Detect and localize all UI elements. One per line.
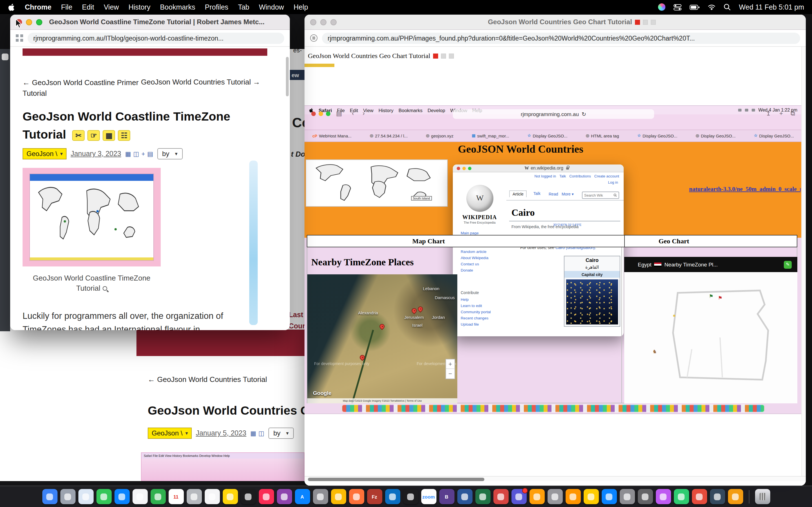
dock-app-icon[interactable] — [601, 489, 617, 504]
dock-app-icon[interactable] — [114, 489, 130, 504]
new-tab-icon[interactable]: + — [779, 110, 783, 117]
siri-icon[interactable] — [658, 3, 666, 11]
dock-app-icon[interactable] — [349, 489, 364, 504]
minimize-button[interactable] — [320, 19, 326, 25]
map-pin-icon[interactable] — [417, 305, 424, 313]
menu-item[interactable]: Bookmarks — [160, 3, 195, 11]
map-pin-icon[interactable] — [410, 307, 417, 314]
meta-icon[interactable]: ◫ — [133, 150, 139, 158]
dock-app-icon[interactable] — [60, 489, 75, 504]
tab-overview-icon[interactable]: ⧉ — [791, 110, 795, 117]
dock-app-icon[interactable] — [403, 489, 418, 504]
google-map[interactable]: AlexandriaJerusalemLebanonDamascusJordan… — [307, 274, 457, 403]
close-button[interactable] — [457, 166, 460, 170]
emoji-marker[interactable]: ● — [673, 313, 676, 318]
dock-app-icon[interactable] — [150, 489, 165, 504]
map-attribution[interactable]: Map data ©2023 Google Imagery ©2023 Terr… — [307, 398, 457, 403]
favorite-item[interactable]: ☆Display GeoJSO... — [527, 133, 567, 138]
wikipedia-search-box[interactable] — [582, 191, 619, 199]
search-icon[interactable] — [613, 193, 617, 197]
dock-app-icon[interactable] — [276, 489, 292, 504]
emoji-button[interactable]: ▦ — [103, 130, 115, 141]
inner-menu-item[interactable]: History — [378, 107, 394, 113]
meta-icon[interactable]: + — [141, 150, 145, 158]
meta-icon[interactable]: ◫ — [259, 430, 264, 437]
site-info-icon[interactable] — [310, 34, 317, 42]
scrollbar-thumb[interactable] — [308, 477, 485, 481]
dock-app-icon[interactable] — [511, 489, 526, 504]
geojson-file-link[interactable]: naturalearth-3.3.0/ne_50m_admin_0_scale_… — [689, 186, 801, 192]
apple-menu[interactable] — [8, 3, 15, 11]
dock-app-icon[interactable] — [385, 489, 400, 504]
menu-item[interactable]: History — [129, 3, 151, 11]
menu-item[interactable]: Window — [259, 3, 284, 11]
category-select[interactable]: GeoJson \▾ — [148, 428, 192, 439]
meta-icon[interactable]: ▦ — [250, 430, 256, 437]
personal-link[interactable]: Talk — [559, 174, 566, 178]
dock-app-icon[interactable] — [475, 489, 490, 504]
geo-chart-map[interactable]: ⚑⚑●♞ — [624, 272, 797, 403]
next-post-link[interactable]: GeoJson World Countries Tutorial → — [141, 78, 260, 86]
dock-app-icon[interactable] — [529, 489, 545, 504]
dock-app-icon[interactable]: B — [439, 489, 454, 504]
dock-app-icon[interactable] — [78, 489, 93, 504]
dock-app-icon[interactable] — [96, 489, 111, 504]
wikipedia-titlebar[interactable]: Wen.wikipedia.org — [453, 165, 624, 172]
zoom-in-button[interactable]: + — [446, 359, 455, 369]
horizontal-scrollbar[interactable] — [305, 476, 806, 481]
inner-menu-item[interactable]: Develop — [427, 107, 445, 113]
address-bar[interactable]: rjmprogramming.com.au/ITblog/geojson-wor… — [28, 33, 284, 44]
dock-app-icon[interactable]: Fz — [367, 489, 382, 504]
control-center-icon[interactable] — [673, 3, 682, 11]
menu-item[interactable]: File — [61, 3, 72, 11]
app-menu-chrome[interactable]: Chrome — [25, 3, 51, 11]
forward-icon[interactable]: › — [363, 110, 364, 117]
login-link[interactable]: Log in — [608, 180, 618, 184]
dock-app-icon[interactable] — [313, 489, 328, 504]
meta-icon[interactable]: ▦ — [125, 150, 131, 158]
dock-app-icon[interactable] — [673, 489, 689, 504]
favorite-item[interactable]: ☆Display GeoJSO... — [754, 133, 794, 138]
dock-app-icon[interactable] — [204, 489, 220, 504]
dock-app-icon[interactable] — [728, 489, 743, 504]
favorite-item[interactable]: ▦swift_map_mor... — [472, 133, 509, 138]
button-fragment[interactable]: ew — [290, 70, 305, 80]
google-logo[interactable]: Google — [313, 390, 331, 396]
personal-link[interactable]: Contributions — [569, 174, 591, 178]
zoom-out-button[interactable]: − — [446, 369, 455, 379]
category-select[interactable]: GeoJson \▾ — [22, 148, 66, 159]
dock-app-icon[interactable] — [222, 489, 238, 504]
post-thumbnail-image[interactable]: Safari File Edit View History Bookmarks … — [141, 452, 305, 481]
inner-address-bar[interactable]: rjmprogramming.com.au ↻ — [453, 109, 654, 119]
dock-app-icon[interactable] — [493, 489, 508, 504]
menu-item[interactable]: Help — [294, 3, 308, 11]
post-date-link[interactable]: January 3, 2023 — [70, 150, 121, 158]
dock-app-icon[interactable] — [259, 489, 274, 504]
zoom-button[interactable] — [468, 166, 471, 170]
author-select[interactable]: by▾ — [157, 148, 183, 159]
dock-app-icon[interactable] — [656, 489, 671, 504]
close-button[interactable] — [310, 19, 316, 25]
prev-post-link[interactable]: ← GeoJson World Coastline Primer Tutoria… — [22, 78, 141, 99]
emoji-marker[interactable]: ♞ — [652, 349, 657, 354]
tab-article[interactable]: Article — [509, 190, 527, 197]
minimize-button[interactable] — [26, 19, 32, 25]
dock-app-icon[interactable] — [331, 489, 346, 504]
author-select[interactable]: by▾ — [268, 428, 294, 439]
view-more[interactable]: More ▾ — [562, 192, 574, 196]
dock-app-icon[interactable] — [638, 489, 653, 504]
refresh-icon[interactable]: ↻ — [581, 111, 586, 117]
dock-app-icon[interactable] — [710, 489, 725, 504]
dock-app-icon[interactable] — [692, 489, 707, 504]
sidebar-icon[interactable]: ▤ — [336, 110, 342, 117]
dock-app-icon[interactable] — [241, 489, 256, 504]
post-date-link[interactable]: January 5, 2023 — [196, 429, 246, 437]
dock-app-icon[interactable] — [583, 489, 599, 504]
post-title[interactable]: GeoJson World Countries G — [148, 404, 305, 418]
dock-app-icon[interactable] — [565, 489, 580, 504]
vertical-scrollbar-track[interactable] — [801, 47, 806, 476]
emoji-button[interactable]: ☞ — [87, 130, 100, 141]
post-featured-image[interactable] — [22, 168, 161, 267]
world-map-image[interactable]: South Island — [306, 159, 448, 207]
close-button[interactable] — [311, 112, 316, 116]
